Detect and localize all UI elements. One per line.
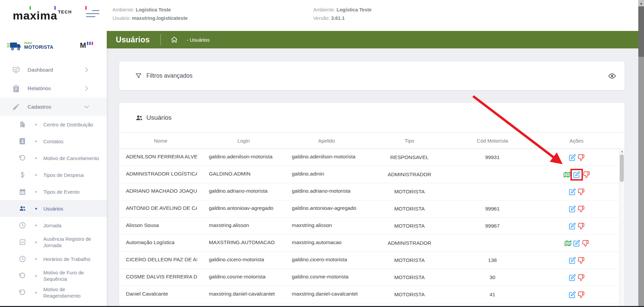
sidebar-item-relatorios[interactable]: Relatórios	[0, 79, 107, 98]
deactivate-user-button[interactable]	[578, 291, 585, 298]
sidebar-item-cadastros[interactable]: Cadastros	[0, 98, 107, 116]
edit-user-button[interactable]	[569, 205, 576, 213]
cell-cod-motorista: 99931	[451, 154, 534, 160]
cell-nome: ADENILSON FERREIRA ALVES	[119, 154, 202, 161]
edit-user-button[interactable]	[573, 171, 580, 178]
sidebar: max MOTORISTA M DashboardRelatóriosCadas…	[0, 31, 107, 307]
deactivate-user-button[interactable]	[578, 257, 585, 264]
table-row: ADENILSON FERREIRA ALVESgaldino.adenilso…	[119, 149, 625, 166]
deactivate-user-button[interactable]	[578, 188, 585, 195]
sidebar-item-tipos-de-despesa[interactable]: Tipos de Despesa	[0, 166, 107, 183]
edit-user-button[interactable]	[569, 291, 576, 298]
bullet-icon	[35, 157, 37, 159]
advanced-filters-panel[interactable]: Filtros avançados	[119, 62, 625, 90]
bullet-icon	[35, 141, 37, 142]
deactivate-user-button[interactable]	[578, 274, 585, 281]
breadcrumb-home-icon[interactable]	[171, 36, 178, 43]
cell-acoes	[534, 205, 619, 213]
sidebar-item-label: Motivo de Furo de Sequência	[43, 269, 101, 282]
logo-accent-pink	[85, 6, 87, 10]
edit-user-button[interactable]	[569, 274, 576, 281]
sidebar-item-centro-de-distribuicao[interactable]: Centro de Distribuição	[0, 116, 107, 133]
dollar-icon	[19, 171, 26, 179]
cell-login: maxstring.daniel-cavalcantet	[202, 291, 285, 298]
cell-nome: CICERO DELLEON PAZ DE AN	[119, 257, 202, 264]
table-scroll-up-button[interactable]: ▲	[619, 149, 625, 154]
sidebar-item-motivo-de-reagendamento[interactable]: Motivo de Reagendamento	[0, 284, 107, 301]
deactivate-user-button[interactable]	[578, 154, 585, 161]
edit-user-button[interactable]	[569, 257, 576, 264]
logo-accent-blue	[54, 6, 56, 10]
sidebar-item-label: Jornada	[43, 222, 101, 229]
column-header-apelido: Apelido	[285, 138, 368, 144]
deactivate-user-button[interactable]	[578, 205, 585, 213]
sidebar-item-horarios-de-trabalho[interactable]: Horários de Trabalho	[0, 251, 107, 267]
bullet-icon	[35, 225, 37, 226]
page-header-bar: Usuários - Usuários	[107, 31, 638, 48]
deactivate-user-button[interactable]	[583, 171, 590, 178]
table-scrollbar[interactable]: ▲	[619, 148, 625, 307]
table-row: Daniel Cavalcantemaxstring.daniel-cavalc…	[119, 286, 625, 303]
cell-apelido: galdino.antonioav-agregado	[285, 205, 368, 213]
cell-nome: Daniel Cavalcante	[119, 291, 202, 298]
sidebar-item-motivo-de-cancelamento[interactable]: Motivo de Cancelamento	[0, 150, 107, 166]
logo-suffix: TECH	[58, 9, 72, 14]
table-row: CICERO DELLEON PAZ DE ANgaldino.cicero-m…	[119, 252, 625, 269]
undo-icon	[19, 272, 26, 279]
cell-nome: COSME DALVIS FERREIRA DA	[119, 274, 202, 281]
map-button[interactable]	[563, 171, 570, 178]
cell-acoes	[534, 223, 619, 230]
cell-apelido: maxstring.daniel-cavalcantet	[285, 291, 368, 298]
sidebar-item-label: Centro de Distribuição	[43, 121, 101, 128]
column-header-cod-motorista: Cód Motorista	[451, 138, 534, 144]
edit-user-button[interactable]	[569, 223, 576, 230]
sidebar-item-ausencia-registro-de-jornada[interactable]: Ausência Registro de Jornada	[0, 234, 107, 251]
table-scrollbar-thumb[interactable]	[620, 154, 624, 182]
cell-tipo: ADMINISTRADOR	[368, 240, 451, 246]
main-content: Usuários - Usuários Filtros avançados Us…	[107, 31, 638, 307]
users-icon	[19, 205, 26, 212]
cell-cod-motorista: 99967	[451, 223, 534, 229]
menu-toggle-button[interactable]	[86, 10, 99, 19]
table-row: ANTONIO DE AVELINO DE CAgaldino.antonioa…	[119, 200, 625, 218]
cell-nome: Alisson Sousa	[119, 222, 202, 230]
annotation-highlight-box	[570, 169, 583, 181]
sidebar-item-jornada[interactable]: Jornada	[0, 217, 107, 234]
undo-icon	[19, 289, 26, 296]
sidebar-item-tipos-de-evento[interactable]: Tipos de Evento	[0, 183, 107, 200]
sidebar-item-label: Horários de Trabalho	[43, 256, 101, 262]
bullet-icon	[35, 124, 37, 125]
cell-tipo: MOTORISTA	[368, 257, 451, 263]
cell-acoes	[534, 291, 619, 298]
deactivate-user-button[interactable]	[582, 240, 589, 247]
column-header-login: Login	[202, 138, 285, 144]
sidebar-item-label: Ausência Registro de Jornada	[43, 236, 101, 248]
sidebar-item-motivo-de-furo-de-sequencia[interactable]: Motivo de Furo de Sequência	[0, 267, 107, 284]
column-header-nome: Nome	[119, 138, 202, 144]
table-body: ADENILSON FERREIRA ALVESgaldino.adenilso…	[119, 149, 625, 307]
page-scrollbar[interactable]: ▲	[638, 0, 644, 307]
page-scrollbar-thumb[interactable]	[638, 6, 644, 57]
eye-icon[interactable]	[608, 72, 616, 80]
cell-acoes	[534, 240, 619, 247]
scroll-up-button[interactable]: ▲	[638, 0, 644, 6]
brand-text: max MOTORISTA	[24, 41, 53, 49]
logo-wordmark: maxima	[13, 9, 57, 22]
sidebar-item-label: Motivo de Cancelamento	[43, 155, 101, 161]
edit-user-button[interactable]	[569, 188, 576, 195]
table-header-row: Nome Login Apelido Tipo Cód Motorista Aç…	[119, 132, 625, 149]
edit-user-button[interactable]	[573, 240, 580, 247]
sidebar-item-usuarios[interactable]: Usuários	[0, 200, 107, 217]
sidebar-item-contatos[interactable]: Contatos	[0, 133, 107, 150]
map-button[interactable]	[564, 240, 571, 247]
cell-login: galdino.cosme-motorista	[202, 274, 285, 281]
dashboard-icon	[12, 66, 20, 74]
edit-user-button[interactable]	[569, 154, 576, 161]
deactivate-user-button[interactable]	[578, 223, 585, 230]
sidebar-item-dashboard[interactable]: Dashboard	[0, 61, 107, 79]
cell-nome: ANTONIO DE AVELINO DE CA	[119, 205, 202, 213]
cell-login: galdino.adenilson-motorista	[202, 154, 285, 161]
bullet-icon	[35, 241, 37, 243]
cell-tipo: MOTORISTA	[368, 274, 451, 280]
chevron-right-icon	[83, 84, 91, 92]
